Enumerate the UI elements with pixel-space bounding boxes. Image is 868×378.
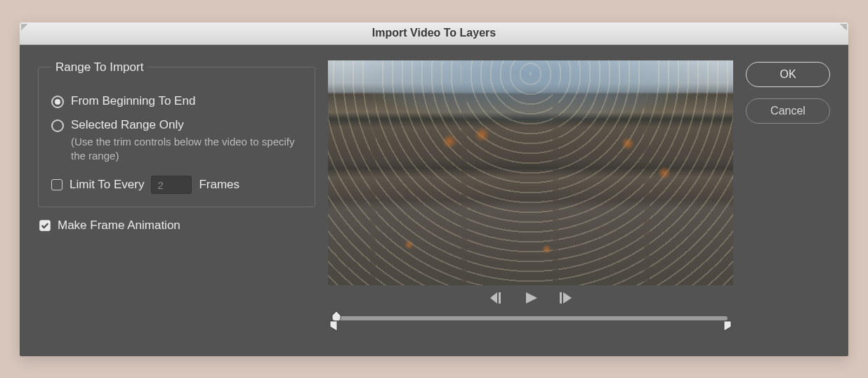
options-panel: Range To Import From Beginning To End Se… [38, 60, 315, 349]
action-buttons: OK Cancel [746, 60, 830, 349]
dialog-titlebar: Import Video To Layers [20, 22, 848, 45]
check-icon [41, 221, 49, 230]
import-video-dialog: Import Video To Layers Range To Import F… [20, 22, 848, 356]
step-back-icon [489, 291, 506, 305]
make-frame-animation-checkbox[interactable] [39, 220, 51, 231]
selected-range-label: Selected Range Only [71, 118, 302, 132]
selected-range-radio[interactable] [51, 119, 64, 132]
range-to-import-group: Range To Import From Beginning To End Se… [38, 60, 315, 208]
transport-controls [328, 291, 733, 305]
titlebar-decoration [840, 24, 847, 31]
make-frame-animation-option[interactable]: Make Frame Animation [39, 219, 315, 233]
preview-panel [328, 60, 733, 349]
preview-image [328, 60, 733, 285]
dialog-content: Range To Import From Beginning To End Se… [20, 45, 848, 356]
svg-rect-1 [499, 292, 501, 304]
video-preview [328, 60, 733, 285]
make-frame-animation-label: Make Frame Animation [58, 219, 180, 233]
limit-label: Limit To Every [70, 178, 144, 192]
from-beginning-label: From Beginning To End [71, 94, 195, 108]
titlebar-decoration [21, 24, 28, 31]
limit-option-row: Limit To Every Frames [51, 176, 302, 194]
limit-frames-input[interactable] [151, 176, 192, 194]
from-beginning-option[interactable]: From Beginning To End [51, 94, 302, 108]
trim-in-handle[interactable] [329, 320, 338, 332]
dialog-title: Import Video To Layers [372, 27, 496, 39]
step-forward-button[interactable] [556, 291, 573, 305]
ok-button[interactable]: OK [746, 62, 830, 87]
range-legend: Range To Import [51, 60, 147, 74]
selected-range-text: Selected Range Only (Use the trim contro… [71, 118, 302, 164]
cancel-button[interactable]: Cancel [746, 98, 830, 124]
svg-marker-2 [526, 292, 537, 304]
svg-marker-4 [563, 292, 572, 304]
trim-track[interactable] [334, 316, 728, 320]
step-back-button[interactable] [489, 291, 506, 305]
trim-bar[interactable] [328, 312, 733, 333]
play-button[interactable] [522, 291, 539, 305]
trim-out-handle[interactable] [723, 320, 732, 332]
limit-checkbox[interactable] [51, 179, 63, 190]
svg-marker-0 [490, 292, 497, 304]
limit-unit-label: Frames [199, 178, 239, 192]
step-forward-icon [556, 291, 573, 305]
play-icon [522, 291, 539, 305]
svg-rect-3 [560, 292, 562, 304]
from-beginning-radio[interactable] [51, 96, 64, 108]
selected-range-hint: (Use the trim controls below the video t… [71, 135, 302, 164]
selected-range-option[interactable]: Selected Range Only (Use the trim contro… [51, 118, 302, 164]
